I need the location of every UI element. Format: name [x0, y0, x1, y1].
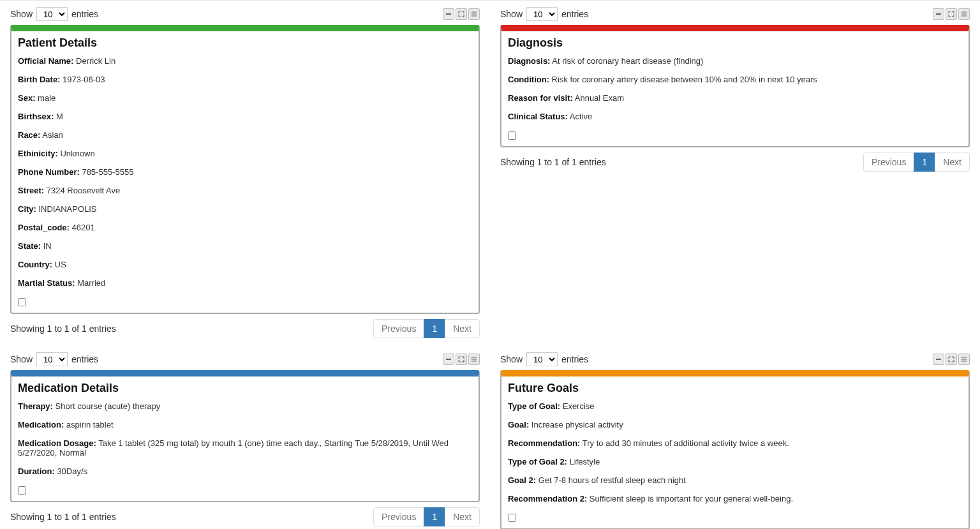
field-value: Asian: [40, 130, 63, 140]
prev-button[interactable]: Previous: [373, 507, 424, 526]
field-value: Married: [75, 278, 106, 288]
field-label: Birth Date:: [18, 75, 60, 84]
list-icon[interactable]: [958, 8, 970, 20]
collapse-icon[interactable]: [443, 354, 454, 365]
field-list: Type of Goal: ExerciseGoal: Increase phy…: [508, 401, 962, 503]
expand-icon[interactable]: [946, 8, 957, 20]
page-1-button[interactable]: 1: [914, 153, 935, 172]
field-value: Risk for coronary artery disease between…: [549, 75, 817, 84]
field-row: Goal 2: Get 7-8 hours of restful sleep e…: [508, 475, 962, 485]
field-value: Try to add 30 minutes of additional acti…: [580, 438, 789, 448]
show-label: Show: [10, 354, 33, 364]
prev-button[interactable]: Previous: [373, 319, 424, 338]
field-row: Condition: Risk for coronary artery dise…: [508, 75, 962, 84]
field-row: State: IN: [18, 241, 472, 251]
field-value: US: [52, 260, 66, 269]
field-row: Country: US: [18, 260, 472, 269]
field-label: Postal_code:: [18, 223, 70, 232]
field-label: Clinical Status:: [508, 112, 568, 121]
field-value: 46201: [70, 223, 95, 232]
prev-button[interactable]: Previous: [863, 153, 914, 172]
card-title: Patient Details: [18, 36, 472, 50]
expand-icon[interactable]: [456, 8, 467, 20]
row-checkbox[interactable]: [18, 298, 26, 306]
length-control: Show 10 entries: [500, 7, 588, 21]
entries-select[interactable]: 10: [36, 352, 68, 366]
show-label: Show: [10, 9, 33, 19]
pagination: Previous 1 Next: [373, 319, 480, 338]
entries-select[interactable]: 10: [36, 7, 68, 21]
page-1-button[interactable]: 1: [424, 319, 445, 338]
field-row: Phone Number: 785-555-5555: [18, 167, 472, 177]
list-icon[interactable]: [958, 354, 970, 365]
field-row: Birthsex: M: [18, 112, 472, 121]
card-title: Diagnosis: [508, 36, 962, 50]
field-row: Ethinicity: Unknown: [18, 149, 472, 158]
field-label: Type of Goal:: [508, 401, 560, 411]
field-value: 7324 Roosevelt Ave: [44, 186, 120, 195]
field-row: Postal_code: 46201: [18, 223, 472, 232]
svg-rect-2: [446, 359, 451, 360]
field-label: Reason for visit:: [508, 93, 573, 103]
entries-label: entries: [71, 354, 98, 364]
svg-rect-1: [936, 13, 941, 15]
row-checkbox[interactable]: [18, 486, 26, 495]
row-checkbox[interactable]: [508, 131, 516, 140]
field-row: Birth Date: 1973-06-03: [18, 75, 472, 84]
field-value: Active: [568, 112, 592, 121]
next-button[interactable]: Next: [445, 319, 480, 338]
entries-select[interactable]: 10: [526, 7, 558, 21]
field-label: Country:: [18, 260, 52, 269]
field-label: Ethinicity:: [18, 149, 58, 158]
field-row: Medication Dosage: Take 1 tablet (325 mg…: [18, 438, 472, 458]
field-row: Martial Status: Married: [18, 278, 472, 288]
length-control: Show 10 entries: [10, 352, 98, 366]
collapse-icon[interactable]: [933, 354, 944, 365]
field-label: Medication:: [18, 420, 64, 429]
field-label: Medication Dosage:: [18, 438, 96, 448]
card-title: Medication Details: [18, 382, 472, 395]
field-list: Therapy: Short course (acute) therapyMed…: [18, 401, 472, 476]
length-control: Show 10 entries: [10, 7, 98, 21]
field-value: Derrick Lin: [73, 56, 115, 66]
card-future-goals: Future Goals Type of Goal: ExerciseGoal:…: [500, 370, 970, 529]
expand-icon[interactable]: [946, 354, 957, 365]
field-label: Martial Status:: [18, 278, 75, 288]
entries-label: entries: [561, 9, 588, 19]
card-medication-details: Medication Details Therapy: Short course…: [10, 370, 480, 502]
field-label: Goal:: [508, 420, 529, 429]
field-row: Goal: Increase physical activity: [508, 420, 962, 429]
field-value: 1973-06-03: [60, 75, 105, 84]
field-label: Street:: [18, 186, 44, 195]
table-info: Showing 1 to 1 of 1 entries: [10, 324, 116, 334]
field-value: Get 7-8 hours of restful sleep each nigh…: [536, 475, 686, 485]
field-value: 785-555-5555: [80, 167, 134, 177]
expand-icon[interactable]: [456, 354, 467, 365]
next-button[interactable]: Next: [445, 507, 480, 526]
field-row: Therapy: Short course (acute) therapy: [18, 401, 472, 411]
field-value: aspirin tablet: [64, 420, 113, 429]
page-1-button[interactable]: 1: [424, 507, 445, 526]
entries-label: entries: [561, 354, 588, 364]
field-list: Diagnosis: At risk of coronary heart dis…: [508, 56, 962, 121]
pagination: Previous 1 Next: [863, 153, 970, 172]
field-row: Official Name: Derrick Lin: [18, 56, 472, 66]
field-value: INDIANAPOLIS: [36, 204, 97, 214]
panel-medication-details: Show 10 entries Medication Deta: [0, 346, 490, 529]
field-value: Exercise: [560, 401, 594, 411]
table-info: Showing 1 to 1 of 1 entries: [10, 512, 116, 522]
list-icon[interactable]: [468, 8, 480, 20]
field-value: male: [35, 93, 56, 103]
field-label: Recommendation:: [508, 438, 580, 448]
entries-label: entries: [71, 9, 98, 19]
collapse-icon[interactable]: [933, 8, 944, 20]
collapse-icon[interactable]: [443, 8, 454, 20]
list-icon[interactable]: [468, 354, 480, 365]
next-button[interactable]: Next: [935, 153, 970, 172]
field-row: Diagnosis: At risk of coronary heart dis…: [508, 56, 962, 66]
entries-select[interactable]: 10: [526, 352, 558, 366]
field-row: Clinical Status: Active: [508, 112, 962, 121]
field-row: Reason for visit: Annual Exam: [508, 93, 962, 103]
row-checkbox[interactable]: [508, 514, 516, 522]
field-value: At risk of coronary heart disease (findi…: [550, 56, 703, 66]
